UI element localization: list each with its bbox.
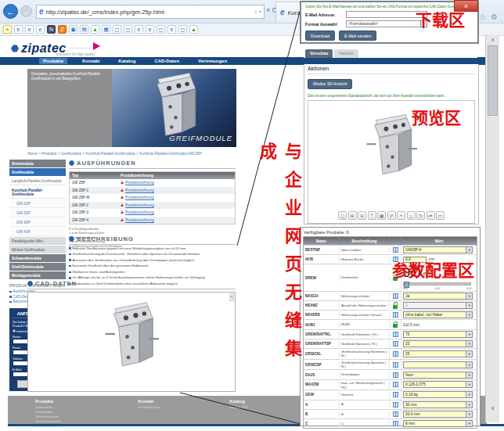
param-select[interactable]: 2 ▾ — [403, 302, 473, 309]
param-slider[interactable] — [403, 282, 471, 286]
scrollbar-thumb[interactable] — [488, 45, 498, 116]
sidebar-item[interactable]: GM 40P — [9, 228, 66, 236]
sidebar-item[interactable]: GM 30P — [9, 218, 66, 227]
modus-3d-ansicht-button[interactable]: Modus 3D Ansicht — [308, 79, 352, 89]
forward-button[interactable]: → — [20, 5, 32, 17]
produktzeichnung-link[interactable]: Produktzeichnung — [125, 196, 154, 199]
cad-model-3d[interactable] — [104, 299, 159, 377]
dropdown-arrow-icon[interactable]: ▾ — [466, 247, 472, 253]
favorite-icon[interactable]: ◻ — [113, 25, 121, 34]
nav-item-katalog[interactable]: Katalog — [114, 58, 139, 64]
email-send-button[interactable]: E-Mail senden — [339, 31, 376, 41]
favorite-icon[interactable]: ▦ — [102, 25, 110, 34]
scroll-up-icon[interactable]: ∧ — [486, 34, 499, 45]
produktzeichnung-link[interactable]: Produktzeichnung — [125, 203, 154, 207]
viewer-tool-button[interactable]: ⇄ — [427, 211, 435, 220]
dropdown-arrow-icon[interactable]: ▾ — [466, 362, 472, 368]
dropdown-arrow-icon[interactable]: ▾ — [466, 293, 472, 299]
breadcrumb[interactable]: Home > Produkte > Greifmodule > Kurzhub-… — [27, 152, 202, 156]
favorite-icon[interactable]: e — [146, 25, 154, 34]
favorite-icon[interactable]: e — [167, 25, 176, 34]
dropdown-arrow-icon[interactable]: ▾ — [466, 372, 472, 378]
dropdown-arrow-icon[interactable]: ▾ — [466, 341, 472, 347]
download-button[interactable]: Download — [305, 31, 335, 41]
tab-vorschau[interactable]: Vorschau — [305, 49, 333, 58]
sidebar-item[interactable]: Winkel-Greifmodule — [9, 246, 66, 253]
close-window-button[interactable]: × — [454, 0, 478, 12]
sidebar-item[interactable]: Kurzhub-Parallel-Greifmodule — [9, 186, 66, 199]
param-select[interactable]: Ja ▾ — [403, 293, 473, 300]
produktzeichnung-link[interactable]: Produktzeichnung — [125, 189, 154, 192]
sidebar-item[interactable]: GM 25P — [9, 209, 66, 217]
url-text[interactable]: http://zipatec.de/_cms/index.php/gm-25p.… — [46, 9, 253, 16]
address-bar[interactable]: e http://zipatec.de/_cms/index.php/gm-25… — [36, 5, 265, 19]
favorite-icon[interactable]: ★ — [3, 25, 12, 34]
favorite-icon[interactable]: ◻ — [157, 25, 165, 34]
sidebar-item[interactable]: Drehmodule — [9, 160, 66, 167]
sidebar-item[interactable]: Langhub-Parallel-Greifmodule — [9, 177, 66, 185]
viewer-tool-button[interactable]: ↻ — [416, 211, 425, 220]
nav-item-produkte[interactable]: Produkte — [39, 58, 67, 64]
param-select[interactable]: ▾ — [403, 361, 473, 368]
favorite-icon[interactable]: ◻ — [178, 25, 187, 34]
param-select[interactable]: 8 mm ▾ — [403, 420, 473, 427]
viewer-tool-button[interactable]: ⊖ — [358, 211, 366, 220]
radio-icon[interactable] — [13, 329, 16, 332]
favorite-icon[interactable]: Z — [58, 25, 67, 34]
favorite-icon[interactable]: e — [36, 25, 45, 34]
scroll-down-icon[interactable]: ∨ — [486, 403, 499, 413]
favorite-icon[interactable]: e — [135, 25, 143, 34]
cad-viewer-frame[interactable]: ∧ — [27, 292, 236, 392]
back-button[interactable]: ← — [3, 4, 18, 19]
param-select[interactable]: 0.16 kg ▾ — [403, 391, 473, 398]
viewer-tool-button[interactable]: △ — [407, 211, 416, 220]
viewer-tool-button[interactable]: + — [397, 211, 405, 220]
produktzeichnung-link[interactable]: Produktzeichnung — [125, 210, 154, 214]
param-select[interactable]: 30 mm ▾ — [403, 401, 473, 408]
dropdown-arrow-icon[interactable]: ▾ — [466, 312, 472, 318]
slider-handle[interactable] — [404, 282, 409, 288]
frame-scroll-up-icon[interactable]: ∧ — [229, 293, 234, 301]
param-select[interactable]: 0.125-0.375 ▾ — [403, 381, 473, 388]
dropdown-arrow-icon[interactable]: ▾ — [466, 351, 472, 357]
dropdown-arrow-icon[interactable]: ▾ — [466, 421, 472, 426]
param-select[interactable]: Nein ▾ — [403, 372, 473, 379]
dropdown-arrow-icon[interactable]: ▾ — [466, 411, 472, 417]
favorite-icon[interactable]: ▲ — [189, 25, 198, 34]
favorite-icon[interactable]: ▤ — [80, 25, 88, 34]
viewer-tool-button[interactable]: ▦ — [377, 211, 386, 220]
nav-item-cad-daten[interactable]: CAD-Daten — [150, 58, 183, 64]
search-icon[interactable]: ⌕ ▾ — [254, 9, 261, 15]
preview-model-3d[interactable] — [365, 110, 417, 185]
param-select[interactable]: 75 ▾ — [403, 331, 473, 338]
param-select[interactable]: ohne kabel, incl Halter ▾ — [403, 311, 473, 318]
favorite-icon[interactable]: e — [14, 25, 23, 34]
dropdown-arrow-icon[interactable]: ▾ — [466, 332, 472, 337]
sidebar-item[interactable]: Schwenkmodule — [9, 254, 66, 262]
dropdown-arrow-icon[interactable]: ▾ — [466, 392, 472, 397]
param-select[interactable]: 25 ▾ — [403, 340, 473, 347]
viewer-tool-button[interactable]: ? — [368, 211, 376, 220]
favorite-icon[interactable]: ◻ — [124, 25, 132, 34]
sidebar-item[interactable]: Greif-Drehmodule — [9, 263, 66, 271]
footer-link[interactable]: Kontaktformular — [138, 405, 209, 410]
favorites-star-icon[interactable]: ☆ — [479, 13, 486, 21]
viewer-tool-button[interactable]: ↺ — [387, 211, 396, 220]
sidebar-item[interactable]: Greifmodule — [9, 168, 66, 176]
dropdown-arrow-icon[interactable]: ▾ — [466, 303, 472, 308]
tab-massbild[interactable]: Maßbild — [334, 49, 358, 58]
browser-scrollbar[interactable]: ∧ ∨ — [485, 34, 499, 422]
nav-item-kontakt[interactable]: Kontakt — [78, 58, 103, 64]
param-select[interactable]: 25 ▾ — [403, 350, 473, 357]
viewer-tool-button[interactable]: ◻ — [338, 211, 347, 220]
settings-gear-icon[interactable]: ⚙ — [491, 13, 498, 21]
sidebar-item[interactable]: Parallelgreifer Mini — [9, 237, 66, 245]
favorite-icon[interactable]: e — [25, 25, 34, 34]
param-select[interactable]: GM25P-K ▾ — [403, 246, 473, 253]
favorite-icon[interactable]: N — [47, 25, 56, 34]
viewer-tool-button[interactable]: ▭ — [436, 211, 445, 220]
produktzeichnung-link[interactable]: Produktzeichnung — [125, 181, 154, 185]
favorite-icon[interactable]: ▣ — [69, 25, 77, 34]
dropdown-arrow-icon[interactable]: ▾ — [466, 402, 472, 408]
param-select[interactable]: 20.0 mm ▾ — [403, 411, 473, 418]
